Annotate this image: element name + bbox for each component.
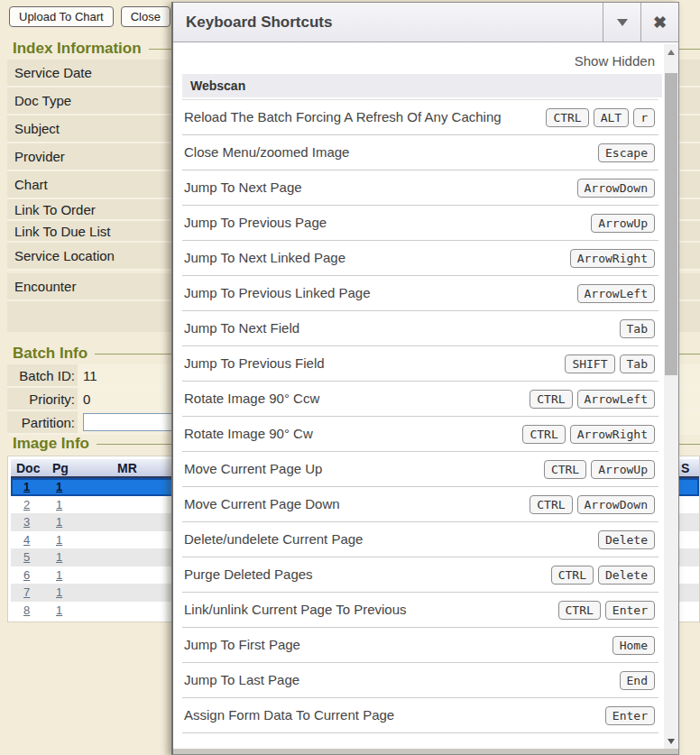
pg-link[interactable]: 1 [56, 480, 62, 493]
key-badge: Delete [598, 530, 655, 549]
doc-link[interactable]: 3 [23, 515, 30, 529]
doc-cell: 8 [16, 603, 52, 617]
shortcut-action: Jump To Next Linked Page [184, 249, 570, 267]
doc-link[interactable]: 5 [23, 550, 30, 564]
key-badge: ArrowLeft [577, 390, 655, 409]
shortcut-action: Assign Form Data To Current Page [184, 706, 605, 724]
shortcut-row: Assign Form Data To Current PageEnter [182, 698, 659, 733]
pg-cell: 1 [52, 603, 96, 617]
column-doc: Doc [16, 461, 52, 475]
doc-cell: 7 [16, 585, 52, 599]
collapse-button[interactable] [603, 3, 640, 41]
pg-cell: 1 [52, 585, 96, 599]
shortcut-action: Move Current Page Up [184, 460, 544, 478]
keyboard-shortcuts-dialog: Keyboard Shortcuts ✖ Show Hidden Webscan… [171, 2, 679, 755]
shortcut-row: Jump To Last PageEnd [182, 663, 659, 698]
key-badge: Tab [620, 354, 655, 373]
shortcut-action: Close Menu/zoomed Image [184, 143, 598, 161]
show-hidden-link[interactable]: Show Hidden [173, 43, 664, 74]
shortcut-action: Link/unlink Current Page To Previous [184, 601, 558, 619]
shortcut-action: Jump To Previous Field [184, 354, 565, 373]
shortcut-keys: Home [612, 636, 655, 655]
index-information-title: Index Information [13, 40, 142, 58]
doc-link[interactable]: 1 [23, 480, 30, 493]
doc-cell: 2 [16, 498, 52, 511]
shortcut-row: Jump To Previous PageArrowUp [182, 206, 659, 241]
scrollbar-thumb[interactable] [665, 73, 677, 375]
shortcut-row: Move Current Page UpCTRLArrowUp [182, 452, 659, 487]
batch-info-title: Batch Info [13, 345, 88, 363]
pg-link[interactable]: 1 [56, 568, 62, 582]
key-badge: Enter [605, 706, 655, 725]
key-badge: ArrowUp [591, 214, 655, 233]
key-badge: ArrowDown [577, 179, 655, 198]
shortcut-action: Rotate Image 90° Cw [184, 425, 522, 443]
shortcut-keys: ArrowRight [570, 249, 655, 268]
shortcut-keys: CTRLEnter [558, 601, 655, 620]
key-badge: CTRL [546, 108, 588, 127]
doc-cell: 1 [16, 480, 52, 493]
shortcut-row: Link/unlink Current Page To PreviousCTRL… [182, 593, 659, 628]
shortcut-keys: ArrowUp [591, 214, 655, 233]
shortcut-row: Jump To First PageHome [182, 628, 659, 663]
key-badge: End [620, 671, 655, 690]
upload-to-chart-button[interactable]: Upload To Chart [9, 6, 114, 27]
pg-cell: 1 [52, 515, 96, 529]
shortcut-keys: CTRLDelete [551, 566, 655, 585]
doc-link[interactable]: 6 [23, 568, 30, 582]
section-webscan: Webscan [182, 74, 662, 97]
column-mr: MR [96, 461, 159, 475]
priority-label: Priority: [7, 388, 78, 410]
shortcut-keys: CTRLArrowRight [522, 425, 655, 444]
pg-link[interactable]: 1 [56, 550, 62, 564]
dialog-bottom-edge [173, 749, 678, 754]
dialog-header[interactable]: Keyboard Shortcuts ✖ [173, 3, 678, 42]
shortcut-keys: Tab [620, 319, 655, 338]
doc-link[interactable]: 8 [23, 603, 30, 617]
pg-link[interactable]: 1 [56, 498, 62, 511]
doc-link[interactable]: 7 [23, 585, 30, 599]
key-badge: CTRL [522, 425, 565, 444]
pg-link[interactable]: 1 [56, 515, 62, 529]
key-badge: CTRL [551, 566, 594, 585]
close-button[interactable]: Close [121, 6, 170, 27]
key-badge: CTRL [530, 390, 572, 409]
key-badge: ALT [594, 108, 629, 127]
pg-link[interactable]: 1 [56, 603, 62, 617]
shortcut-action: Jump To Previous Linked Page [184, 284, 577, 302]
dialog-close-button[interactable]: ✖ [640, 3, 678, 41]
shortcut-row: Jump To Previous Linked PageArrowLeft [182, 276, 659, 311]
shortcut-row: Reload The Batch Forcing A Refresh Of An… [182, 100, 659, 135]
arrow-up-icon [668, 50, 675, 55]
scroll-down-button[interactable] [664, 733, 678, 749]
doc-link[interactable]: 4 [23, 533, 30, 547]
shortcut-action: Move Current Page Down [184, 495, 530, 513]
key-badge: Home [612, 636, 655, 655]
shortcut-keys: CTRLArrowDown [530, 495, 655, 514]
shortcut-action: Delete/undelete Current Page [184, 530, 598, 548]
key-badge: CTRL [558, 601, 601, 620]
key-badge: Tab [620, 319, 655, 338]
pg-link[interactable]: 1 [56, 585, 62, 599]
pg-link[interactable]: 1 [56, 533, 62, 547]
key-badge: CTRL [544, 460, 586, 479]
top-toolbar: Upload To Chart Close ? [9, 6, 194, 27]
key-badge: Escape [598, 143, 655, 162]
doc-link[interactable]: 2 [23, 498, 30, 511]
shortcut-action: Rotate Image 90° Ccw [184, 390, 530, 408]
chevron-down-icon [617, 19, 628, 26]
shortcut-action: Jump To Previous Page [184, 214, 591, 232]
dialog-body: Show Hidden Webscan Reload The Batch For… [173, 43, 664, 749]
shortcut-keys: CTRLALTr [546, 108, 655, 127]
shortcut-action: Jump To Next Field [184, 319, 620, 337]
shortcut-row: Rotate Image 90° CcwCTRLArrowLeft [182, 382, 659, 417]
key-badge: Delete [598, 566, 655, 585]
pg-cell: 1 [52, 550, 96, 564]
batch-id-label: Batch ID: [7, 364, 78, 386]
shortcut-row: Jump To Previous FieldSHIFTTab [182, 346, 659, 382]
shortcut-row: Rotate Image 90° CwCTRLArrowRight [182, 417, 659, 452]
shortcut-keys: End [620, 671, 655, 690]
image-info-title: Image Info [13, 435, 89, 453]
dialog-scrollbar[interactable] [664, 44, 678, 749]
scroll-up-button[interactable] [664, 44, 678, 60]
